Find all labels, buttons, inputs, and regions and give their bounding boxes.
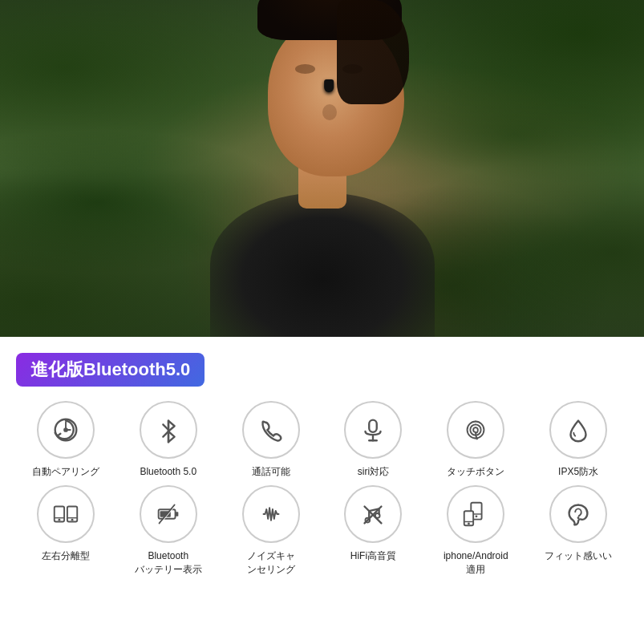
phone-device-icon: [460, 499, 491, 529]
battery-label: Bluetooth バッテリー表示: [135, 549, 202, 577]
waterproof-label: IPX5防水: [558, 465, 598, 479]
feature-siri: siri対応: [324, 401, 423, 479]
title-badge: 進化版Bluetooth5.0: [16, 353, 205, 387]
call-icon-circle: [242, 401, 300, 459]
hifi-icon-circle: [344, 485, 402, 543]
feature-auto-pairing: 自動ペアリング: [16, 401, 115, 479]
auto-pairing-icon-circle: [37, 401, 95, 459]
phone-icon: [256, 415, 286, 445]
feature-touch: タッチボタン: [426, 401, 525, 479]
svg-point-7: [58, 518, 60, 520]
torso: [210, 192, 435, 337]
svg-point-10: [71, 518, 74, 520]
eye-left: [295, 64, 315, 74]
waterproof-icon-circle: [549, 401, 607, 459]
person-container: [182, 0, 463, 337]
siri-icon-circle: [344, 401, 402, 459]
svg-rect-2: [370, 420, 378, 432]
touch-label: タッチボタン: [447, 465, 504, 479]
feature-waterproof: IPX5防水: [529, 401, 628, 479]
separate-icon-circle: [37, 485, 95, 543]
water-icon: [563, 415, 593, 445]
auto-pairing-label: 自動ペアリング: [32, 465, 99, 479]
battery-icon-circle: [140, 485, 197, 543]
ear-icon: [563, 499, 593, 529]
noise-label: ノイズキャ ンセリング: [247, 549, 295, 577]
bluetooth-label: Bluetooth 5.0: [140, 465, 196, 479]
features-grid: 自動ペアリング Bluetooth 5.0 通話可能: [16, 401, 628, 576]
feature-call: 通話可能: [221, 401, 321, 479]
feature-compatible: iphone/Android 適用: [426, 485, 525, 577]
fingerprint-icon: [460, 415, 491, 445]
call-label: 通話可能: [252, 465, 290, 479]
split-icon: [51, 499, 81, 529]
noise-icon: [256, 499, 286, 529]
features-section: 進化版Bluetooth5.0 自動ペアリング: [0, 337, 644, 588]
fit-label: フィット感いい: [545, 549, 612, 563]
nose: [322, 104, 337, 120]
hair-side: [337, 0, 409, 104]
feature-hifi: HiFi高音質: [324, 485, 423, 577]
svg-point-32: [476, 515, 478, 517]
fit-icon-circle: [549, 485, 607, 543]
feature-battery: Bluetooth バッテリー表示: [119, 485, 218, 577]
bluetooth-icon: [153, 415, 184, 445]
hifi-label: HiFi高音質: [350, 549, 396, 563]
feature-fit: フィット感いい: [529, 485, 628, 577]
svg-point-36: [577, 516, 580, 519]
rotate-icon: [51, 415, 81, 445]
svg-point-35: [468, 522, 470, 525]
noise-icon-circle: [242, 485, 300, 543]
bluetooth-icon-circle: [140, 401, 197, 459]
touch-icon-circle: [447, 401, 504, 459]
earphone: [324, 79, 334, 92]
svg-rect-12: [175, 512, 178, 516]
feature-separate: 左右分離型: [16, 485, 115, 577]
feature-noise: ノイズキャ ンセリング: [221, 485, 321, 577]
siri-label: siri対応: [358, 465, 389, 479]
feature-bluetooth: Bluetooth 5.0: [119, 401, 218, 479]
hero-image: [0, 0, 644, 337]
compatible-icon-circle: [447, 485, 504, 543]
compatible-label: iphone/Android 適用: [444, 549, 508, 577]
battery-icon: [153, 499, 184, 529]
separate-label: 左右分離型: [42, 549, 90, 563]
mic-icon: [358, 415, 388, 445]
music-icon: [358, 499, 388, 529]
